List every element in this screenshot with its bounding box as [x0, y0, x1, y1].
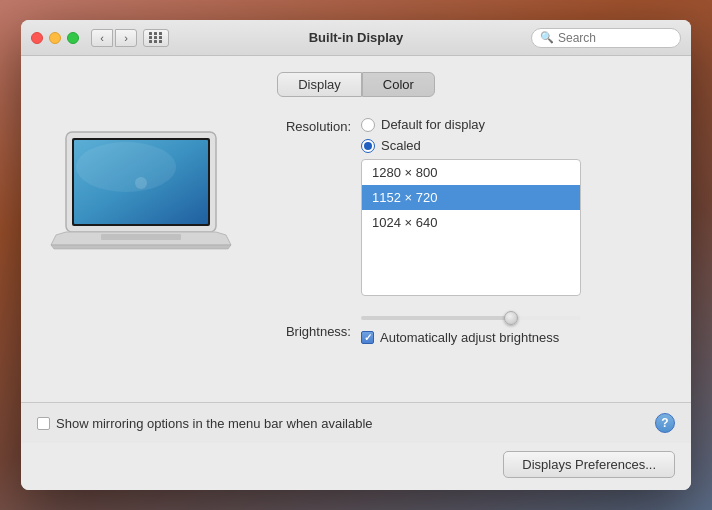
tab-bar: Display Color — [41, 72, 671, 97]
tab-color[interactable]: Color — [362, 72, 435, 97]
checkbox-tick: ✓ — [364, 333, 372, 343]
laptop-area — [41, 117, 241, 386]
main-panel: Resolution: Default for display Scaled — [41, 117, 671, 386]
brightness-slider-thumb[interactable] — [504, 311, 518, 325]
close-button[interactable] — [31, 32, 43, 44]
radio-scaled-label: Scaled — [381, 138, 421, 153]
tab-display[interactable]: Display — [277, 72, 362, 97]
brightness-label: Brightness: — [261, 322, 351, 339]
radio-scaled: Scaled — [361, 138, 581, 153]
resolution-item-3[interactable]: 1024 × 640 — [362, 210, 580, 235]
content-area: Display Color — [21, 56, 691, 402]
radio-inner-dot — [364, 142, 372, 150]
displays-preferences-button[interactable]: Displays Preferences... — [503, 451, 675, 478]
titlebar: ‹ › Built-in Display 🔍 — [21, 20, 691, 56]
help-button[interactable]: ? — [655, 413, 675, 433]
radio-default-btn[interactable] — [361, 118, 375, 132]
mirror-row: Show mirroring options in the menu bar w… — [37, 416, 373, 431]
svg-point-5 — [135, 177, 147, 189]
forward-button[interactable]: › — [115, 29, 137, 47]
resolution-item-2[interactable]: 1152 × 720 — [362, 185, 580, 210]
search-icon: 🔍 — [540, 31, 554, 44]
brightness-slider-track[interactable] — [361, 316, 581, 320]
back-button[interactable]: ‹ — [91, 29, 113, 47]
traffic-lights — [31, 32, 79, 44]
main-window: ‹ › Built-in Display 🔍 Display Color — [21, 20, 691, 490]
grid-icon — [149, 32, 163, 43]
resolution-empty-space — [362, 235, 580, 295]
laptop-image — [46, 127, 236, 267]
auto-brightness-checkbox[interactable]: ✓ — [361, 331, 374, 344]
window-title: Built-in Display — [309, 30, 404, 45]
nav-buttons: ‹ › — [91, 29, 137, 47]
settings-area: Resolution: Default for display Scaled — [261, 117, 671, 386]
brightness-row: Brightness: ✓ Automatically adjust brigh… — [261, 316, 671, 345]
search-box[interactable]: 🔍 — [531, 28, 681, 48]
grid-button[interactable] — [143, 29, 169, 47]
mirror-label: Show mirroring options in the menu bar w… — [56, 416, 373, 431]
minimize-button[interactable] — [49, 32, 61, 44]
resolution-content: Default for display Scaled 1280 × 800 11… — [361, 117, 581, 296]
mirror-checkbox[interactable] — [37, 417, 50, 430]
resolution-item-1[interactable]: 1280 × 800 — [362, 160, 580, 185]
resolution-label: Resolution: — [261, 117, 351, 134]
auto-brightness-label: Automatically adjust brightness — [380, 330, 559, 345]
brightness-content: ✓ Automatically adjust brightness — [361, 316, 581, 345]
auto-brightness-row: ✓ Automatically adjust brightness — [361, 330, 581, 345]
svg-rect-4 — [101, 234, 181, 240]
bottom-bar: Show mirroring options in the menu bar w… — [21, 402, 691, 443]
radio-scaled-btn[interactable] — [361, 139, 375, 153]
maximize-button[interactable] — [67, 32, 79, 44]
resolution-list: 1280 × 800 1152 × 720 1024 × 640 — [361, 159, 581, 296]
radio-default-label: Default for display — [381, 117, 485, 132]
footer: Displays Preferences... — [21, 443, 691, 490]
resolution-row: Resolution: Default for display Scaled — [261, 117, 671, 296]
search-input[interactable] — [558, 31, 672, 45]
svg-point-3 — [76, 142, 176, 192]
radio-default: Default for display — [361, 117, 581, 132]
